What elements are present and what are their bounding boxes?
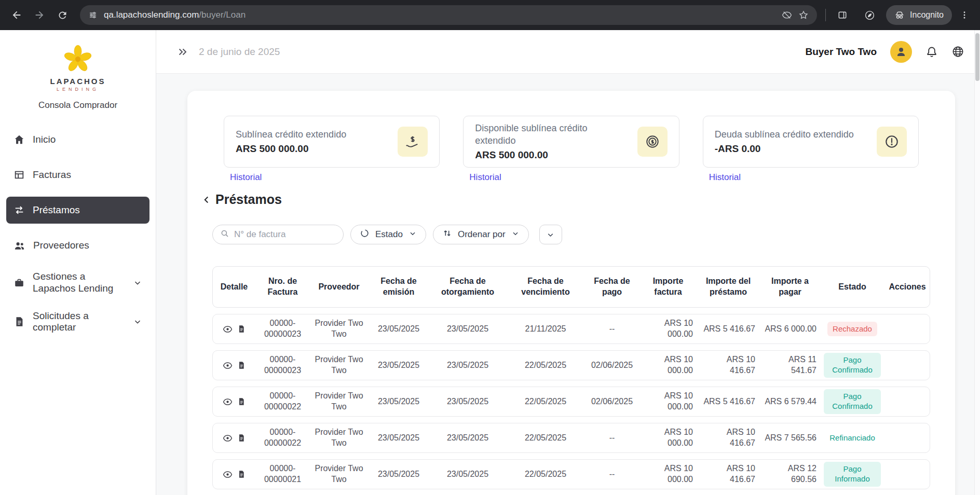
incognito-icon	[894, 10, 905, 20]
historial-link[interactable]: Historial	[230, 172, 262, 183]
due-date: 22/05/2025	[506, 396, 585, 407]
sidebar-item-label: Préstamos	[33, 204, 142, 216]
coin-icon	[637, 127, 668, 157]
card-title: Disponible sublínea crédito extendido	[475, 122, 630, 147]
invoice-document-icon[interactable]	[237, 470, 246, 478]
user-name: Buyer Two Two	[805, 46, 877, 58]
browser-reload-icon[interactable]	[52, 5, 73, 25]
browser-menu-dots-icon[interactable]	[958, 5, 971, 25]
site-settings-tune-icon[interactable]	[88, 10, 98, 20]
column-header: Importe del préstamo	[697, 276, 759, 298]
column-header: Estado	[821, 282, 884, 293]
invoice-search[interactable]	[212, 225, 344, 244]
debt-card: Deuda sublínea crédito extendido -ARS 0.…	[703, 116, 919, 168]
view-detail-eye-icon[interactable]	[223, 324, 233, 334]
provider-name: Provider Two Two	[310, 391, 368, 412]
due-date: 22/05/2025	[506, 360, 585, 371]
sidebar-item-inicio[interactable]: Inicio	[6, 126, 149, 153]
chevron-down-icon	[511, 229, 520, 240]
card-amount: -ARS 0.00	[715, 143, 854, 155]
status-badge: Refinanciado	[824, 431, 880, 446]
column-header: Fecha de pago	[585, 276, 639, 298]
invoice-number: 00000-00000023	[255, 318, 310, 340]
sidebar-expand-icon[interactable]	[177, 46, 188, 58]
invoice-amount: ARS 10 000.00	[639, 463, 697, 485]
invoices-table-icon	[13, 169, 25, 181]
column-header: Acciones	[884, 282, 931, 293]
invoice-amount: ARS 10 000.00	[639, 427, 697, 449]
browser-back-icon[interactable]	[6, 5, 27, 25]
user-avatar[interactable]	[890, 41, 912, 63]
card-title: Deuda sublínea crédito extendido	[715, 129, 854, 141]
column-header: Detalle	[213, 282, 255, 293]
scrollbar-thumb[interactable]	[975, 33, 979, 81]
sidebar-item-facturas[interactable]: Facturas	[6, 161, 149, 188]
sort-icon	[442, 228, 452, 241]
sidebar-item-proveedores[interactable]: Proveedores	[6, 232, 149, 259]
brand-name: LAPACHOS	[0, 77, 156, 86]
sidebar-item-label: Facturas	[33, 169, 142, 181]
historial-link[interactable]: Historial	[469, 172, 501, 183]
estado-filter[interactable]: Estado	[350, 225, 426, 244]
status-badge: Pago Confirmado	[824, 389, 881, 414]
sidebar-item-prestamos[interactable]: Préstamos	[6, 197, 149, 224]
brand-logo: LAPACHOS LENDING Consola Comprador	[0, 30, 156, 111]
side-panel-icon[interactable]	[832, 5, 853, 25]
grant-date: 23/05/2025	[429, 433, 506, 444]
view-detail-eye-icon[interactable]	[223, 361, 233, 370]
bookmark-star-icon[interactable]	[798, 10, 809, 20]
invoice-number: 00000-00000021	[255, 463, 310, 485]
view-detail-eye-icon[interactable]	[223, 433, 233, 443]
more-filters-button[interactable]	[539, 225, 562, 244]
current-date: 2 de junio de 2025	[199, 46, 280, 58]
invoice-amount: ARS 10 000.00	[639, 318, 697, 340]
loan-amount: ARS 5 416.67	[697, 396, 759, 407]
sidebar-item-label: Solicitudes a completar	[33, 310, 125, 334]
extension-leaf-icon[interactable]	[859, 5, 880, 25]
sidebar-item-label: Inicio	[33, 134, 142, 146]
payable-amount: ARS 12 690.56	[759, 463, 821, 485]
briefcase-icon	[13, 277, 25, 288]
invoice-number: 00000-00000023	[255, 354, 310, 376]
browser-forward-icon[interactable]	[29, 5, 50, 25]
view-detail-eye-icon[interactable]	[223, 397, 233, 407]
language-globe-icon[interactable]	[951, 45, 964, 58]
due-date: 21/11/2025	[506, 324, 585, 335]
provider-name: Provider Two Two	[310, 463, 368, 485]
toolbar-divider	[825, 9, 826, 21]
column-header: Importe a pagar	[759, 276, 821, 298]
page-title: Préstamos	[215, 192, 282, 207]
notifications-bell-icon[interactable]	[925, 46, 938, 58]
ordenar-filter[interactable]: Ordenar por	[433, 225, 529, 244]
search-input[interactable]	[234, 229, 336, 240]
sidebar-item-label: Proveedores	[33, 240, 142, 252]
loans-panel: Sublínea crédito extendido ARS 500 000.0…	[187, 91, 955, 495]
column-header: Importe factura	[639, 276, 697, 298]
invoice-document-icon[interactable]	[237, 434, 246, 442]
issue-date: 23/05/2025	[368, 433, 429, 444]
sidebar: LAPACHOS LENDING Consola Comprador Inici…	[0, 30, 156, 495]
column-header: Nro. de Factura	[255, 276, 310, 298]
column-header: Fecha de vencimiento	[506, 276, 585, 298]
address-bar[interactable]: qa.lapachoslending.com/buyer/Loan	[80, 5, 817, 25]
issue-date: 23/05/2025	[368, 396, 429, 407]
sidebar-item-solicitudes[interactable]: Solicitudes a completar	[6, 307, 149, 338]
invoice-document-icon[interactable]	[237, 397, 246, 406]
invoice-number: 00000-00000022	[255, 427, 310, 449]
table-row: 00000-00000022 Provider Two Two 23/05/20…	[212, 423, 930, 453]
home-icon	[13, 134, 25, 145]
page-scrollbar[interactable]	[974, 30, 980, 495]
credit-line-card: Sublínea crédito extendido ARS 500 000.0…	[224, 116, 440, 168]
grant-date: 23/05/2025	[429, 360, 506, 371]
invoice-number: 00000-00000022	[255, 391, 310, 412]
historial-link[interactable]: Historial	[709, 172, 741, 183]
sidebar-item-gestiones[interactable]: Gestiones a Lapachos Lending	[6, 267, 149, 298]
view-detail-eye-icon[interactable]	[223, 470, 233, 479]
invoice-document-icon[interactable]	[237, 361, 246, 369]
invoice-amount: ARS 10 000.00	[639, 354, 697, 376]
eye-off-icon[interactable]	[782, 10, 792, 20]
invoice-document-icon[interactable]	[237, 325, 246, 333]
lapachos-flower-logo-icon	[63, 45, 92, 74]
provider-name: Provider Two Two	[310, 427, 368, 449]
back-chevron-icon[interactable]	[201, 194, 212, 205]
